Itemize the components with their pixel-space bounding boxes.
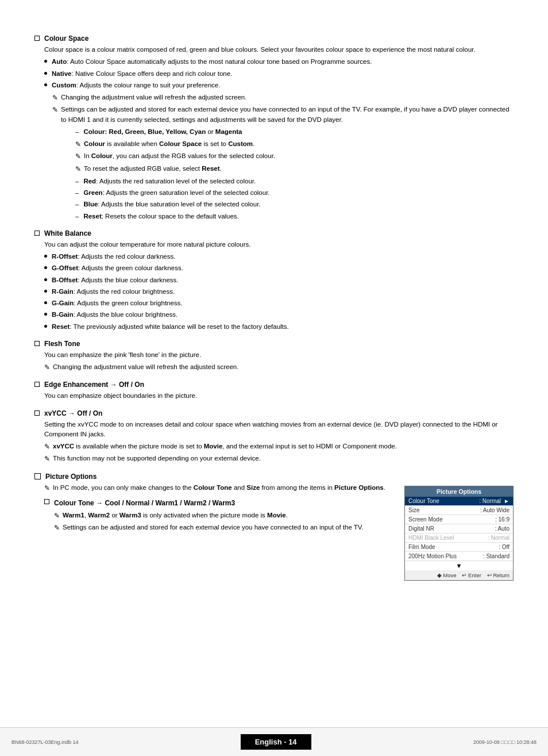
pencil-icon: ✎ (54, 523, 60, 533)
colour-sub-list: – Colour: Red, Green, Blue, Yellow, Cyan… (75, 127, 514, 137)
list-item: R-Offset: Adjusts the red colour darknes… (44, 252, 514, 262)
dash-icon: – (75, 176, 79, 186)
wb-g-gain: G-Gain: Adjusts the green colour brightn… (52, 298, 183, 308)
po-footer-return: ↩ Return (487, 572, 510, 578)
pencil-icon: ✎ (52, 105, 58, 115)
footer-datetime: 2009-10-08 □□:□□ 10:28:48 (473, 739, 537, 745)
po-footer-move: ◆ Move (437, 572, 457, 578)
pencil-icon: ✎ (52, 93, 58, 103)
sub-item-red: Red: Adjusts the red saturation level of… (83, 176, 256, 186)
footer-filename: BN68-02327L-03Eng.indb 14 (11, 739, 79, 745)
list-item: Reset: The previously adjusted white bal… (44, 322, 514, 332)
list-item: G-Gain: Adjusts the green colour brightn… (44, 298, 514, 308)
edge-enhancement-intro: You can emphasize object boundaries in t… (44, 391, 514, 401)
bullet-dot-icon (44, 83, 47, 86)
colour-space-section: Colour Space Colour space is a colour ma… (34, 34, 514, 221)
picture-options-note: In PC mode, you can only make changes to… (53, 483, 393, 493)
bullet-dot-icon (44, 255, 47, 258)
note-line: ✎ In PC mode, you can only make changes … (44, 483, 393, 493)
list-item: – Red: Adjusts the red saturation level … (75, 176, 514, 186)
po-val: : Normal (488, 535, 510, 541)
po-key: HDMI Black Level (408, 535, 488, 541)
flesh-tone-intro: You can emphasize the pink 'flesh tone' … (44, 350, 514, 360)
xvycc-note2: This function may not be supported depen… (53, 454, 514, 463)
dash-icon: – (75, 127, 79, 137)
section-bullet-flesh-tone (34, 341, 40, 346)
flesh-tone-title: Flesh Tone (44, 340, 80, 348)
po-key: Digital NR (408, 525, 495, 532)
section-bullet-white-balance (34, 231, 40, 236)
flesh-tone-section: Flesh Tone You can emphasize the pink 'f… (34, 340, 514, 373)
bullet-custom: Custom: Adjusts the colour range to suit… (52, 80, 220, 90)
po-arrow-icon: ► (504, 498, 510, 504)
colour-space-intro: Colour space is a colour matrix composed… (44, 45, 514, 55)
note-line: ✎ Settings can be adjusted and stored fo… (52, 105, 514, 125)
po-row-film-mode: Film Mode : Off (405, 543, 513, 552)
po-key: Size (408, 507, 480, 513)
xvycc-section: xvYCC → Off / On Setting the xvYCC mode … (34, 409, 514, 465)
white-balance-intro: You can adjust the colour temperature fo… (44, 240, 514, 250)
note-line: ✎ In Colour, you can adjust the RGB valu… (75, 151, 514, 162)
picture-options-section: Picture Options Picture Options Colour T… (34, 473, 514, 581)
pencil-icon: ✎ (44, 363, 50, 373)
xvycc-note1: xvYCC is available when the picture mode… (53, 442, 514, 451)
note-line: ✎ Changing the adjustment value will ref… (52, 93, 514, 103)
colour-sub-list-2: – Red: Adjusts the red saturation level … (75, 176, 514, 221)
bullet-dot-icon (44, 72, 47, 75)
section-bullet-colour-space (34, 36, 40, 41)
section-bullet-colour-tone (44, 499, 49, 504)
bullet-dot-icon (44, 301, 47, 304)
list-item: Custom: Adjusts the colour range to suit… (44, 80, 514, 90)
pencil-icon: ✎ (44, 483, 50, 493)
colour-space-bullets: Auto: Auto Colour Space automatically ad… (44, 57, 514, 90)
note-line: ✎ xvYCC is available when the picture mo… (44, 442, 514, 452)
po-row-size: Size : Auto Wide (405, 506, 513, 515)
list-item: B-Gain: Adjusts the blue colour brightne… (44, 310, 514, 320)
po-val: : Normal ► (479, 498, 510, 504)
po-footer: ◆ Move ↵ Enter ↩ Return (405, 570, 513, 580)
colour-tone-note2: Settings can be adjusted and stored for … (63, 523, 393, 532)
list-item: – Reset: Resets the colour space to the … (75, 212, 514, 221)
list-item: – Green: Adjusts the green saturation le… (75, 188, 514, 198)
po-val: : Auto Wide (480, 507, 510, 513)
po-row-digital-nr: Digital NR : Auto (405, 524, 513, 534)
wb-r-gain: R-Gain: Adjusts the red colour brightnes… (52, 287, 175, 297)
list-item: B-Offset: Adjusts the blue colour darkne… (44, 275, 514, 285)
note-line: ✎ To reset the adjusted RGB value, selec… (75, 164, 514, 174)
po-down-arrow-icon: ▼ (405, 561, 513, 570)
pencil-icon: ✎ (44, 442, 50, 452)
pencil-icon: ✎ (54, 511, 60, 521)
note-text: To reset the adjusted RGB value, select … (84, 164, 514, 174)
note-text: Settings can be adjusted and stored for … (61, 105, 514, 125)
po-val: : Off (499, 544, 510, 550)
po-key: Film Mode (408, 544, 499, 550)
bullet-dot-icon (44, 278, 47, 281)
bullet-dot-icon (44, 60, 47, 63)
po-key: 200Hz Motion Plus (408, 553, 483, 559)
footer-page-label: English - 14 (241, 734, 311, 750)
note-line: ✎ Changing the adjustment value will ref… (44, 362, 514, 373)
po-val: : Standard (483, 553, 510, 559)
note-line: ✎ Warm1, Warm2 or Warm3 is only activate… (54, 511, 393, 521)
po-row-screen-mode: Screen Mode : 16:9 (405, 515, 513, 524)
dash-icon: – (75, 199, 79, 209)
sub-item-reset: Reset: Resets the colour space to the de… (83, 212, 238, 221)
sub-item-colour: Colour: Red, Green, Blue, Yellow, Cyan o… (83, 127, 242, 137)
colour-space-title: Colour Space (44, 34, 88, 43)
bullet-dot-icon (44, 290, 47, 293)
picture-options-box: Picture Options Colour Tone : Normal ► S… (404, 486, 514, 581)
note-line: ✎ Settings can be adjusted and stored fo… (54, 523, 393, 533)
white-balance-section: White Balance You can adjust the colour … (34, 229, 514, 332)
dash-icon: – (75, 188, 79, 198)
wb-b-gain: B-Gain: Adjusts the blue colour brightne… (52, 310, 177, 320)
wb-r-offset: R-Offset: Adjusts the red colour darknes… (52, 252, 175, 262)
pencil-icon: ✎ (75, 140, 81, 149)
list-item: Auto: Auto Colour Space automatically ad… (44, 57, 514, 67)
pencil-icon: ✎ (75, 164, 81, 174)
section-bullet-xvycc (34, 410, 40, 416)
picture-options-title: Picture Options (45, 473, 97, 481)
note-text: In Colour, you can adjust the RGB values… (84, 151, 514, 161)
list-item: – Colour: Red, Green, Blue, Yellow, Cyan… (75, 127, 514, 137)
flesh-tone-note: Changing the adjustment value will refre… (53, 362, 514, 372)
section-bullet-edge-enhancement (34, 382, 40, 387)
